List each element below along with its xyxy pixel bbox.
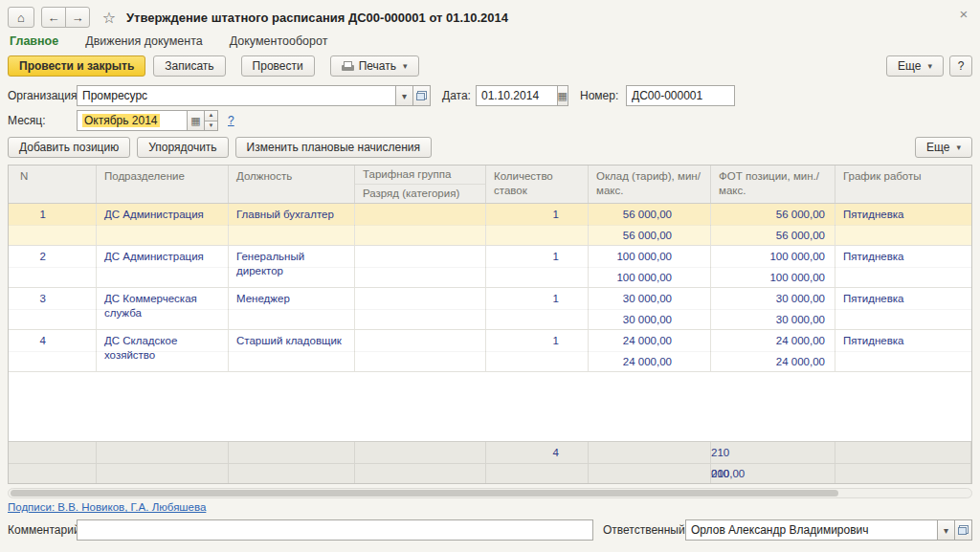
print-label: Печать xyxy=(359,59,396,73)
back-button[interactable]: ← xyxy=(41,7,66,28)
cell-n[interactable]: 4 xyxy=(9,330,97,371)
footer-row: Комментарий: Ответственный: ▾ xyxy=(0,519,980,541)
scrollbar-thumb[interactable] xyxy=(11,490,838,497)
home-button[interactable]: ⌂ xyxy=(8,7,34,28)
cell-tariff[interactable] xyxy=(355,288,486,329)
table-more-button[interactable]: Еще ▾ xyxy=(915,137,972,158)
cell-department[interactable]: ДС Коммерческая служба xyxy=(97,288,229,329)
responsible-field-group: ▾ xyxy=(685,519,972,541)
organization-field-group: ▾ xyxy=(77,85,431,106)
date-calendar-button[interactable]: ▦ xyxy=(557,85,568,106)
table-row[interactable]: 3 ДС Коммерческая служба Менеджер 1 30 0… xyxy=(9,288,971,330)
print-button[interactable]: Печать ▾ xyxy=(330,55,419,77)
chevron-down-icon: ▾ xyxy=(956,143,961,152)
comment-input[interactable] xyxy=(77,519,593,541)
cell-count[interactable]: 1 xyxy=(486,330,589,371)
spin-down-button[interactable]: ▼ xyxy=(204,121,218,132)
date-field-group: ▦ xyxy=(476,85,568,106)
cell-count[interactable]: 1 xyxy=(486,246,589,287)
cell-department[interactable]: ДС Администрация xyxy=(97,246,229,287)
post-and-close-button[interactable]: Провести и закрыть xyxy=(8,55,145,77)
cell-salary[interactable]: 100 000,00100 000,00 xyxy=(589,246,711,287)
header-schedule[interactable]: График работы xyxy=(835,166,971,203)
totals-cell-n xyxy=(9,442,97,483)
cell-fot[interactable]: 24 000,0024 000,00 xyxy=(711,330,835,371)
signatures-link[interactable]: Подписи: В.В. Новиков, Г.А. Любяшева xyxy=(8,501,206,513)
tab-document-flow[interactable]: Документооборот xyxy=(230,34,328,52)
cell-tariff[interactable] xyxy=(355,246,486,287)
command-bar: Провести и закрыть Записать Провести Печ… xyxy=(8,55,972,78)
responsible-open-button[interactable] xyxy=(954,519,972,541)
table-row[interactable]: 4 ДС Складское хозяйство Старший кладовщ… xyxy=(9,330,971,372)
cell-fot[interactable]: 100 000,00100 000,00 xyxy=(711,246,835,287)
chevron-down-icon: ▾ xyxy=(944,525,948,536)
close-button[interactable]: × xyxy=(955,6,972,23)
header-salary[interactable]: Оклад (тариф), мин/макс. xyxy=(589,166,711,203)
comment-field-group xyxy=(77,519,593,541)
cell-department[interactable]: ДС Администрация xyxy=(97,204,229,245)
responsible-input[interactable] xyxy=(685,519,938,541)
cell-count[interactable]: 1 xyxy=(486,204,589,245)
organization-dropdown-button[interactable]: ▾ xyxy=(395,85,413,106)
month-help-link[interactable]: ? xyxy=(228,110,234,131)
totals-cell-count: 4 xyxy=(486,442,589,483)
add-position-button[interactable]: Добавить позицию xyxy=(8,137,130,158)
post-button[interactable]: Провести xyxy=(241,55,315,77)
table-row[interactable]: 2 ДС Администрация Генеральный директор … xyxy=(9,246,971,288)
cell-position[interactable]: Менеджер xyxy=(229,288,355,329)
header-department[interactable]: Подразделение xyxy=(97,166,229,203)
totals-cell-schedule xyxy=(835,442,971,483)
command-bar-left: Провести и закрыть Записать Провести Печ… xyxy=(8,55,419,77)
cell-tariff[interactable] xyxy=(355,330,486,371)
cell-position[interactable]: Генеральный директор xyxy=(229,246,355,287)
cell-n[interactable]: 1 xyxy=(9,204,97,245)
number-input[interactable] xyxy=(626,85,735,106)
header-grade: Разряд (категория) xyxy=(355,184,485,203)
star-icon: ☆ xyxy=(102,10,116,26)
change-accruals-button[interactable]: Изменить плановые начисления xyxy=(235,137,432,158)
positions-table: N Подразделение Должность Тарифная групп… xyxy=(8,165,972,484)
tab-main[interactable]: Главное xyxy=(10,34,58,52)
month-value: Октябрь 2014 xyxy=(82,114,160,127)
header-tariff[interactable]: Тарифная группа Разряд (категория) xyxy=(355,166,486,203)
header-fot[interactable]: ФОТ позиции, мин./макс. xyxy=(711,166,835,203)
cell-position[interactable]: Главный бухгалтер xyxy=(229,204,355,245)
cell-salary[interactable]: 30 000,0030 000,00 xyxy=(589,288,711,329)
spin-up-icon: ▲ xyxy=(209,112,214,118)
month-calendar-button[interactable]: ▦ xyxy=(187,110,205,131)
more-button[interactable]: Еще ▾ xyxy=(886,55,944,77)
cell-fot[interactable]: 30 000,0030 000,00 xyxy=(711,288,835,329)
cell-fot[interactable]: 56 000,0056 000,00 xyxy=(711,204,835,245)
sort-button[interactable]: Упорядочить xyxy=(137,137,228,158)
header-n[interactable]: N xyxy=(9,166,97,203)
cell-schedule[interactable]: Пятидневка xyxy=(835,288,971,329)
cell-department[interactable]: ДС Складское хозяйство xyxy=(97,330,229,371)
header-position[interactable]: Должность xyxy=(229,166,355,203)
cell-schedule[interactable]: Пятидневка xyxy=(835,330,971,371)
cell-count[interactable]: 1 xyxy=(486,288,589,329)
tab-document-movements[interactable]: Движения документа xyxy=(85,34,202,52)
responsible-dropdown-button[interactable]: ▾ xyxy=(937,519,955,541)
cell-n[interactable]: 2 xyxy=(9,246,97,287)
more-label: Еще xyxy=(926,141,949,154)
favorite-button[interactable]: ☆ xyxy=(98,7,121,28)
header-count[interactable]: Количество ставок xyxy=(486,166,589,203)
forward-button[interactable]: → xyxy=(65,7,90,28)
organization-open-button[interactable] xyxy=(412,85,431,106)
open-form-icon xyxy=(958,525,969,535)
help-button[interactable]: ? xyxy=(949,55,972,77)
table-row[interactable]: 1 ДС Администрация Главный бухгалтер 1 5… xyxy=(9,204,971,246)
comment-label: Комментарий: xyxy=(8,519,83,541)
cell-tariff[interactable] xyxy=(355,204,486,245)
save-button[interactable]: Записать xyxy=(153,55,225,77)
month-input[interactable]: Октябрь 2014 xyxy=(77,110,188,131)
cell-position[interactable]: Старший кладовщик xyxy=(229,330,355,371)
horizontal-scrollbar[interactable] xyxy=(8,488,972,498)
cell-n[interactable]: 3 xyxy=(9,288,97,329)
cell-salary[interactable]: 24 000,0024 000,00 xyxy=(589,330,711,371)
cell-salary[interactable]: 56 000,0056 000,00 xyxy=(589,204,711,245)
cell-schedule[interactable]: Пятидневка xyxy=(835,204,971,245)
date-input[interactable] xyxy=(476,85,558,106)
cell-schedule[interactable]: Пятидневка xyxy=(835,246,971,287)
organization-input[interactable] xyxy=(77,85,396,106)
